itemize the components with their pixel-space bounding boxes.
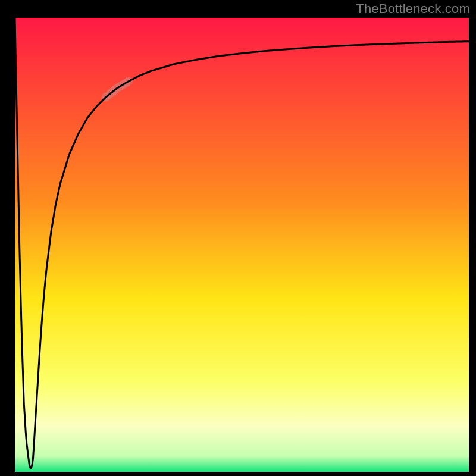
attribution-label: TheBottleneck.com <box>356 1 470 17</box>
bottleneck-curve-plot <box>0 0 476 476</box>
plot-gradient-background <box>15 18 469 472</box>
chart-container: TheBottleneck.com <box>0 0 476 476</box>
